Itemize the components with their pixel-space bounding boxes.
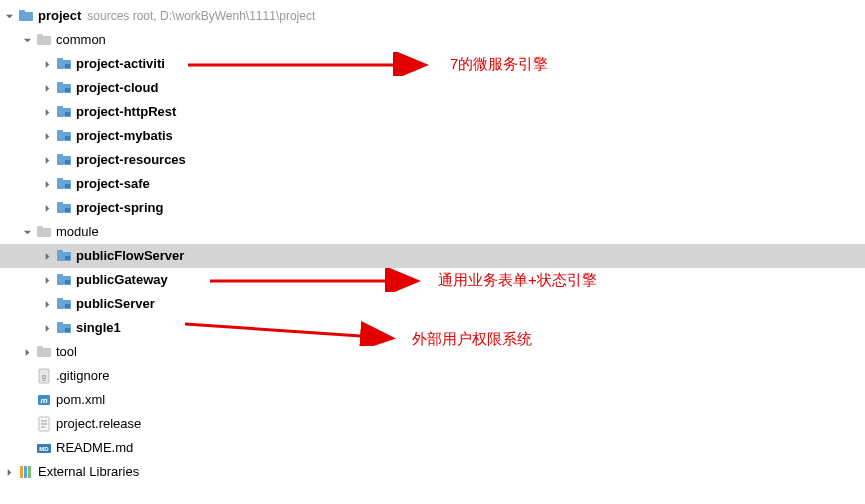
tree-row-common[interactable]: common (0, 28, 865, 52)
folder-icon (36, 32, 52, 48)
svg-rect-3 (37, 34, 43, 37)
svg-rect-12 (65, 112, 70, 116)
svg-rect-18 (65, 160, 70, 164)
module-folder-icon (56, 200, 72, 216)
svg-rect-6 (65, 64, 70, 68)
tree-label: pom.xml (56, 388, 105, 412)
folder-icon (36, 344, 52, 360)
tree-label: publicGateway (76, 268, 168, 292)
svg-text:m: m (40, 396, 47, 405)
chevron-right-icon[interactable] (40, 81, 54, 95)
svg-rect-51 (20, 466, 23, 478)
svg-rect-15 (65, 136, 70, 140)
external-libraries-icon (18, 464, 34, 480)
tree-label: project-resources (76, 148, 186, 172)
chevron-right-icon[interactable] (40, 57, 54, 71)
chevron-right-icon[interactable] (40, 297, 54, 311)
svg-rect-37 (57, 322, 63, 325)
svg-rect-28 (57, 250, 63, 253)
svg-line-56 (185, 324, 390, 338)
tree-row-external-libraries[interactable]: External Libraries (0, 460, 865, 484)
module-folder-icon (56, 80, 72, 96)
tree-row-module-item[interactable]: project-cloud (0, 76, 865, 100)
tree-row-file[interactable]: project.release (0, 412, 865, 436)
annotation-text: 7的微服务引擎 (450, 55, 548, 74)
maven-file-icon: m (36, 392, 52, 408)
annotation-arrow (188, 52, 438, 76)
chevron-right-icon[interactable] (40, 177, 54, 191)
module-folder-icon (56, 104, 72, 120)
tree-row-module-item[interactable]: project-mybatis (0, 124, 865, 148)
svg-rect-25 (37, 228, 51, 237)
tree-label: project-httpRest (76, 100, 176, 124)
tree-label: project-spring (76, 196, 163, 220)
chevron-right-icon[interactable] (2, 465, 16, 479)
tree-label: project.release (56, 412, 141, 436)
svg-rect-1 (19, 10, 25, 13)
tree-row-file[interactable]: MD README.md (0, 436, 865, 460)
tree-row-module-item[interactable]: project-spring (0, 196, 865, 220)
markdown-file-icon: MD (36, 440, 52, 456)
chevron-right-icon[interactable] (40, 105, 54, 119)
svg-rect-32 (65, 280, 70, 284)
svg-rect-2 (37, 36, 51, 45)
chevron-right-icon[interactable] (40, 201, 54, 215)
tree-row-file[interactable]: m pom.xml (0, 388, 865, 412)
chevron-down-icon[interactable] (20, 225, 34, 239)
chevron-down-icon[interactable] (2, 9, 16, 23)
tree-label: publicFlowServer (76, 244, 184, 268)
tree-row-module-item[interactable]: project-safe (0, 172, 865, 196)
chevron-right-icon[interactable] (40, 129, 54, 143)
svg-text:g: g (42, 373, 46, 381)
tree-label: project-cloud (76, 76, 158, 100)
svg-rect-9 (65, 88, 70, 92)
tree-row-module-item[interactable]: project-resources (0, 148, 865, 172)
svg-rect-29 (65, 256, 70, 260)
module-folder-icon (56, 152, 72, 168)
annotation-text: 外部用户权限系统 (412, 330, 532, 349)
svg-rect-23 (57, 202, 63, 205)
folder-sources-icon (18, 8, 34, 24)
tree-label: .gitignore (56, 364, 109, 388)
svg-rect-31 (57, 274, 63, 277)
chevron-right-icon[interactable] (20, 345, 34, 359)
svg-rect-14 (57, 130, 63, 133)
svg-rect-20 (57, 178, 63, 181)
tree-label: External Libraries (38, 460, 139, 484)
svg-rect-8 (57, 82, 63, 85)
tree-label: single1 (76, 316, 121, 340)
svg-rect-17 (57, 154, 63, 157)
chevron-right-icon[interactable] (40, 321, 54, 335)
tree-label: project-safe (76, 172, 150, 196)
tree-row-module-item[interactable]: publicFlowServer (0, 244, 865, 268)
svg-rect-53 (28, 466, 31, 478)
module-folder-icon (56, 296, 72, 312)
chevron-right-icon[interactable] (40, 249, 54, 263)
annotation-text: 通用业务表单+状态引擎 (438, 271, 597, 290)
svg-rect-38 (65, 328, 70, 332)
svg-rect-26 (37, 226, 43, 229)
svg-rect-35 (65, 304, 70, 308)
chevron-down-icon[interactable] (20, 33, 34, 47)
tree-row-module[interactable]: module (0, 220, 865, 244)
tree-label: module (56, 220, 99, 244)
tree-path: sources root, D:\workByWenh\1111\project (87, 9, 315, 23)
tree-row-file[interactable]: g .gitignore (0, 364, 865, 388)
tree-label: publicServer (76, 292, 155, 316)
svg-rect-24 (65, 208, 70, 212)
chevron-right-icon[interactable] (40, 273, 54, 287)
svg-rect-34 (57, 298, 63, 301)
tree-label: project (38, 4, 81, 28)
folder-icon (36, 224, 52, 240)
tree-row-module-item[interactable]: publicServer (0, 292, 865, 316)
svg-rect-5 (57, 58, 63, 61)
module-folder-icon (56, 320, 72, 336)
tree-row-module-item[interactable]: project-httpRest (0, 100, 865, 124)
tree-label: project-mybatis (76, 124, 173, 148)
annotation-arrow (185, 316, 405, 346)
tree-row-project[interactable]: project sources root, D:\workByWenh\1111… (0, 4, 865, 28)
tree-row-module-item[interactable]: publicGateway (0, 268, 865, 292)
text-file-icon (36, 416, 52, 432)
svg-rect-40 (37, 346, 43, 349)
chevron-right-icon[interactable] (40, 153, 54, 167)
